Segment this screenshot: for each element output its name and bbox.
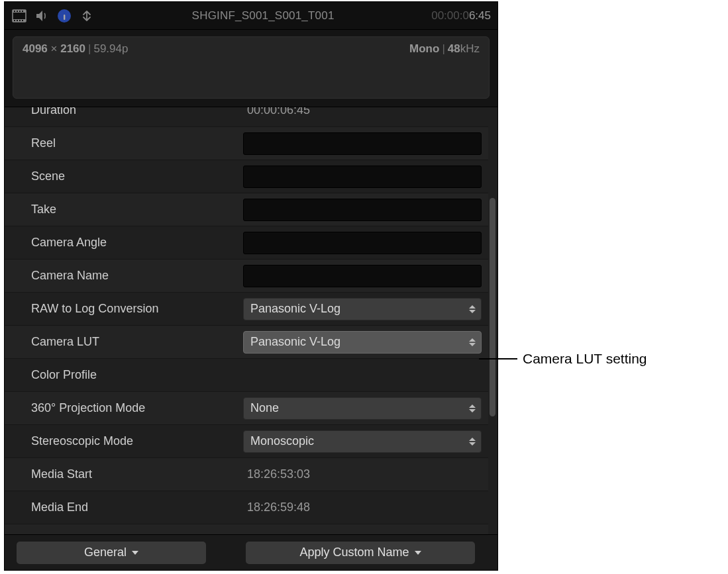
callout-text: Camera LUT setting xyxy=(517,351,647,367)
chevron-down-icon xyxy=(132,551,138,555)
label-camera-angle: Camera Angle xyxy=(31,236,243,250)
row-reel: Reel xyxy=(5,127,488,160)
callout-camera-lut: Camera LUT setting xyxy=(479,351,647,367)
row-stereoscopic-mode: Stereoscopic Mode Monoscopic xyxy=(5,425,488,458)
row-raw-to-log: RAW to Log Conversion Panasonic V-Log xyxy=(5,293,488,326)
svg-point-13 xyxy=(64,11,66,13)
callout-line xyxy=(479,358,517,359)
share-icon[interactable] xyxy=(79,8,95,24)
updown-icon xyxy=(468,336,477,349)
metadata-view-button[interactable]: General xyxy=(17,542,206,564)
chevron-down-icon xyxy=(415,551,421,555)
format-summary-wrap: 4096 × 2160|59.94p Mono|48kHz xyxy=(5,30,497,107)
label-reel: Reel xyxy=(31,136,243,150)
label-raw-to-log: RAW to Log Conversion xyxy=(31,302,243,316)
svg-rect-3 xyxy=(14,11,15,12)
popup-camera-lut[interactable]: Panasonic V-Log xyxy=(243,331,482,354)
value-media-start: 18:26:53:03 xyxy=(243,467,482,481)
svg-rect-6 xyxy=(22,11,23,12)
label-color-profile: Color Profile xyxy=(31,368,243,382)
value-duration: 00:00:06:45 xyxy=(243,107,482,117)
speaker-icon[interactable] xyxy=(34,8,50,24)
row-color-profile: Color Profile xyxy=(5,359,488,392)
row-media-start: Media Start 18:26:53:03 xyxy=(5,458,488,491)
popup-raw-to-log[interactable]: Panasonic V-Log xyxy=(243,298,482,320)
row-camera-lut: Camera LUT Panasonic V-Log xyxy=(5,326,488,359)
filmstrip-icon[interactable] xyxy=(11,8,27,24)
popup-projection-mode[interactable]: None xyxy=(243,397,482,420)
row-camera-name: Camera Name xyxy=(5,260,488,293)
svg-rect-7 xyxy=(14,20,15,21)
svg-rect-8 xyxy=(17,20,18,21)
input-camera-name[interactable] xyxy=(243,265,482,287)
updown-icon xyxy=(468,435,477,448)
svg-rect-5 xyxy=(19,11,21,12)
input-reel[interactable] xyxy=(243,132,482,155)
svg-rect-9 xyxy=(19,20,21,21)
row-projection-mode: 360° Projection Mode None xyxy=(5,392,488,425)
svg-rect-12 xyxy=(64,15,65,20)
label-media-start: Media Start xyxy=(31,467,243,481)
input-camera-angle[interactable] xyxy=(243,232,482,254)
input-scene[interactable] xyxy=(243,166,482,188)
apply-custom-name-button[interactable]: Apply Custom Name xyxy=(246,542,475,564)
inspector-topbar: SHGINF_S001_S001_T001 00:00:06:45 xyxy=(5,2,497,30)
label-projection-mode: 360° Projection Mode xyxy=(31,401,243,415)
property-list: Duration 00:00:06:45 Reel Scene Take Cam… xyxy=(5,107,497,534)
label-camera-name: Camera Name xyxy=(31,269,243,283)
value-media-end: 18:26:59:48 xyxy=(243,501,482,514)
playhead-timecode: 00:00:06:45 xyxy=(431,9,491,23)
label-media-end: Media End xyxy=(31,501,243,514)
vertical-scrollbar[interactable] xyxy=(490,119,495,530)
row-duration: Duration 00:00:06:45 xyxy=(5,107,488,127)
row-cutoff xyxy=(5,524,488,534)
scrollbar-thumb[interactable] xyxy=(490,198,495,416)
format-summary: 4096 × 2160|59.94p Mono|48kHz xyxy=(13,36,490,99)
row-camera-angle: Camera Angle xyxy=(5,226,488,260)
inspector-panel: SHGINF_S001_S001_T001 00:00:06:45 4096 ×… xyxy=(4,1,498,571)
svg-rect-10 xyxy=(22,20,23,21)
clip-name: SHGINF_S001_S001_T001 xyxy=(101,9,425,23)
label-take: Take xyxy=(31,203,243,216)
row-scene: Scene xyxy=(5,160,488,193)
label-stereoscopic-mode: Stereoscopic Mode xyxy=(31,434,243,448)
updown-icon xyxy=(468,402,477,415)
label-duration: Duration xyxy=(31,107,243,117)
inspector-footer: General Apply Custom Name xyxy=(5,534,497,570)
popup-stereoscopic-mode[interactable]: Monoscopic xyxy=(243,430,482,453)
info-icon[interactable] xyxy=(56,8,72,24)
svg-rect-4 xyxy=(17,11,18,12)
updown-icon xyxy=(468,303,477,316)
label-camera-lut: Camera LUT xyxy=(31,335,243,349)
row-take: Take xyxy=(5,193,488,226)
input-take[interactable] xyxy=(243,199,482,221)
row-media-end: Media End 18:26:59:48 xyxy=(5,491,488,524)
label-scene: Scene xyxy=(31,169,243,183)
